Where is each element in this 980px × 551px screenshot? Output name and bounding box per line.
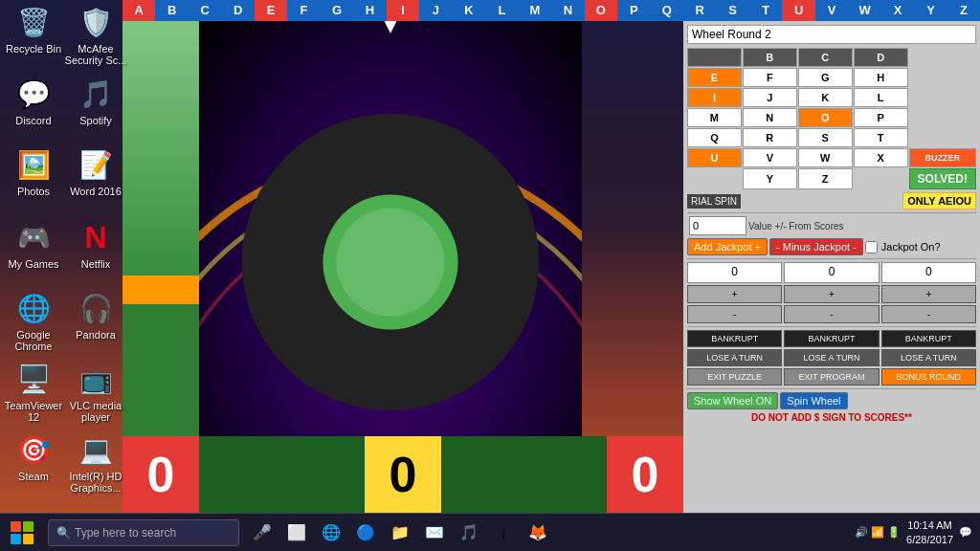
alpha-letter-D[interactable]: D: [221, 0, 254, 21]
lg-buzzer[interactable]: BUZZER: [909, 148, 976, 167]
lg-m[interactable]: M: [687, 108, 742, 127]
only-aeiou-button[interactable]: ONLY AEIOU: [902, 192, 976, 209]
taskbar-arrow[interactable]: ↓: [488, 514, 519, 552]
bonus-round[interactable]: BONUS ROUND: [881, 368, 976, 386]
taskbar-firefox[interactable]: 🦊: [523, 514, 553, 552]
add-jackpot-button[interactable]: Add Jackpot +: [687, 238, 768, 255]
alpha-letter-H[interactable]: H: [353, 0, 386, 21]
lg-f[interactable]: F: [743, 68, 797, 87]
taskbar-cortana[interactable]: 🎤: [247, 514, 278, 552]
plus-3[interactable]: +: [881, 285, 976, 303]
alpha-letter-Y[interactable]: Y: [914, 0, 947, 21]
solved-button[interactable]: SOLVED!: [909, 168, 976, 189]
taskbar-spotify[interactable]: 🎵: [454, 514, 484, 552]
lg-p[interactable]: P: [854, 108, 908, 127]
lg-l[interactable]: L: [854, 88, 908, 107]
alpha-letter-W[interactable]: W: [848, 0, 880, 21]
alpha-letter-K[interactable]: K: [453, 0, 485, 21]
exit-puzzle[interactable]: EXIT PUZZLE: [687, 368, 782, 386]
bankrupt-2[interactable]: BANKRUPT: [784, 330, 879, 347]
alpha-letter-A[interactable]: A: [122, 0, 155, 21]
lose-turn-3[interactable]: LOSE A TURN: [881, 349, 976, 366]
desktop-icon-word[interactable]: 📝 Word 2016: [62, 145, 129, 197]
minus-jackpot-button[interactable]: - Minus Jackpot -: [769, 238, 863, 255]
alpha-letter-O[interactable]: O: [585, 0, 617, 21]
alpha-letter-B[interactable]: B: [155, 0, 188, 21]
desktop-icon-pandora[interactable]: 🎧 Pandora: [62, 289, 129, 341]
alpha-letter-E[interactable]: E: [255, 0, 287, 21]
plus-1[interactable]: +: [687, 285, 782, 303]
lg-k[interactable]: K: [798, 88, 853, 107]
search-bar[interactable]: 🔍 Type here to search: [48, 519, 239, 546]
lg-u[interactable]: U: [687, 148, 742, 167]
score-box-1[interactable]: 0: [687, 262, 782, 283]
desktop-icon-spotify[interactable]: 🎵 Spotify: [62, 75, 129, 126]
desktop-icon-steam[interactable]: 🎯 Steam: [0, 430, 67, 482]
alpha-letter-F[interactable]: F: [287, 0, 320, 21]
lg-j[interactable]: J: [743, 88, 797, 107]
alpha-letter-T[interactable]: T: [749, 0, 782, 21]
score-input[interactable]: [689, 216, 746, 235]
lg-v[interactable]: V: [743, 148, 797, 167]
lg-s[interactable]: S: [798, 128, 853, 147]
exit-program[interactable]: EXIT PROGRAM: [784, 368, 879, 386]
plus-2[interactable]: +: [784, 285, 879, 303]
alpha-letter-X[interactable]: X: [881, 0, 914, 21]
lg-x[interactable]: X: [854, 148, 908, 167]
lg-z[interactable]: Z: [798, 168, 853, 189]
start-button[interactable]: [0, 514, 43, 552]
desktop-icon-vlc[interactable]: 📺 VLC media player: [62, 360, 129, 423]
desktop-icon-photos[interactable]: 🖼️ Photos: [0, 145, 67, 197]
lg-w[interactable]: W: [798, 148, 853, 167]
lg-i[interactable]: I: [687, 88, 742, 107]
desktop-icon-intel[interactable]: 💻 Intel(R) HD Graphics...: [62, 430, 129, 494]
desktop-icon-discord[interactable]: 💬 Discord: [0, 75, 67, 126]
bankrupt-1[interactable]: BANKRUPT: [687, 330, 782, 347]
alpha-letter-U[interactable]: U: [782, 0, 814, 21]
jackpot-checkbox[interactable]: [865, 241, 878, 253]
taskbar-chrome[interactable]: 🌐: [316, 514, 346, 552]
show-wheel-button[interactable]: Show Wheel ON: [687, 392, 778, 409]
notifications-icon[interactable]: 💬: [959, 526, 972, 539]
minus-1[interactable]: -: [687, 305, 782, 323]
alpha-letter-Z[interactable]: Z: [947, 0, 980, 21]
alpha-letter-P[interactable]: P: [617, 0, 650, 21]
alpha-letter-S[interactable]: S: [716, 0, 748, 21]
alpha-letter-N[interactable]: N: [551, 0, 584, 21]
taskbar-mail[interactable]: ✉️: [419, 514, 450, 552]
lg-h[interactable]: H: [854, 68, 908, 87]
alpha-letter-L[interactable]: L: [485, 0, 518, 21]
lg-q[interactable]: Q: [687, 128, 742, 147]
taskbar-task-view[interactable]: ⬜: [281, 514, 312, 552]
desktop-icon-mygames[interactable]: 🎮 My Games: [0, 218, 67, 270]
lg-y[interactable]: Y: [743, 168, 797, 189]
lg-n[interactable]: N: [743, 108, 797, 127]
lg-e[interactable]: E: [687, 68, 742, 87]
lg-g[interactable]: G: [798, 68, 853, 87]
alpha-letter-M[interactable]: M: [519, 0, 551, 21]
desktop-icon-chrome[interactable]: 🌐 Google Chrome: [0, 289, 67, 352]
alpha-letter-Q[interactable]: Q: [651, 0, 683, 21]
spin-wheel-button[interactable]: Spin Wheel: [780, 392, 847, 409]
minus-2[interactable]: -: [784, 305, 879, 323]
taskbar-edge[interactable]: 🔵: [350, 514, 381, 552]
bankrupt-3[interactable]: BANKRUPT: [881, 330, 976, 347]
desktop-icon-recycle-bin[interactable]: 🗑️ Recycle Bin: [0, 3, 67, 55]
alpha-letter-J[interactable]: J: [419, 0, 452, 21]
desktop-icon-teamviewer[interactable]: 🖥️ TeamViewer 12: [0, 360, 67, 423]
alpha-letter-R[interactable]: R: [683, 0, 716, 21]
alpha-letter-C[interactable]: C: [189, 0, 221, 21]
score-box-2[interactable]: 0: [784, 262, 879, 283]
score-box-3[interactable]: 0: [881, 262, 976, 283]
lose-turn-1[interactable]: LOSE A TURN: [687, 349, 782, 366]
taskbar-folder[interactable]: 📁: [385, 514, 415, 552]
lg-o[interactable]: O: [798, 108, 853, 127]
lose-turn-2[interactable]: LOSE A TURN: [784, 349, 879, 366]
lg-t[interactable]: T: [854, 128, 908, 147]
minus-3[interactable]: -: [881, 305, 976, 323]
desktop-icon-mcafee[interactable]: 🛡️ McAfee Security Sc...: [62, 3, 129, 66]
alpha-letter-G[interactable]: G: [321, 0, 353, 21]
alpha-letter-V[interactable]: V: [815, 0, 848, 21]
alpha-letter-I[interactable]: I: [387, 0, 419, 21]
desktop-icon-netflix[interactable]: N Netflix: [62, 218, 129, 270]
